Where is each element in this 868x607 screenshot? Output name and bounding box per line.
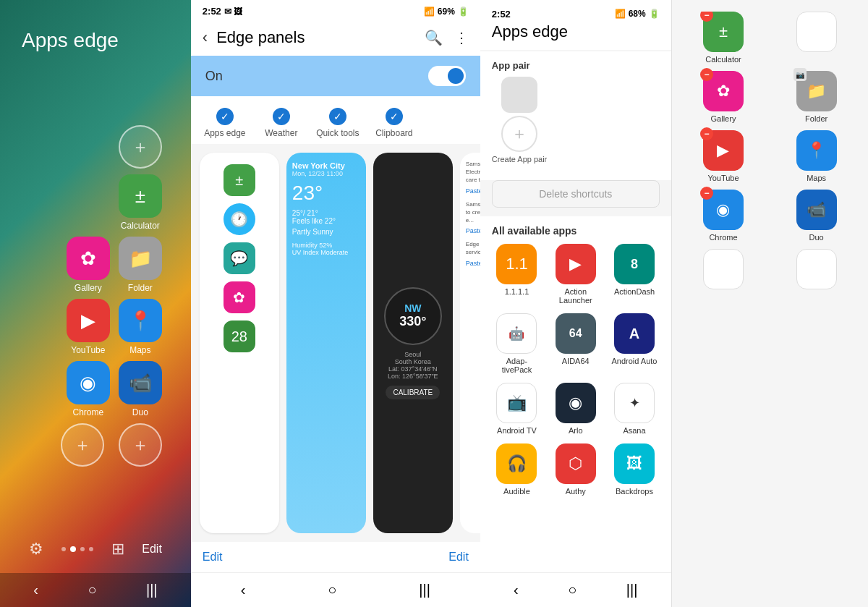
more-options-icon[interactable]: ⋮	[454, 29, 469, 46]
back-nav-3[interactable]: ‹	[514, 582, 519, 598]
edit-button[interactable]: Edit	[142, 543, 162, 556]
preview-apps-edge[interactable]: ± 🕐 💬 ✿ 28	[200, 153, 279, 533]
home-nav-3[interactable]: ○	[568, 582, 576, 598]
recents-nav-2[interactable]: |||	[419, 582, 430, 598]
sidebar-app-youtube[interactable]: − ▶ YouTube	[681, 130, 767, 182]
label-authy: Authy	[566, 487, 586, 496]
app-item-chrome[interactable]: ◉ Chrome	[67, 361, 110, 417]
app-item-calculator[interactable]: ± Calculator	[119, 174, 162, 231]
app-android-tv[interactable]: 📺 Android TV	[492, 383, 542, 435]
preview-weather[interactable]: New York City Mon, 12/23 11:00 23° 25°/ …	[286, 153, 366, 533]
edit-link-2[interactable]: Edit	[448, 551, 469, 564]
recents-nav-3[interactable]: |||	[626, 582, 638, 598]
sidebar-app-folder[interactable]: 📷 📁 Folder	[773, 71, 859, 123]
app-1111[interactable]: 1.1 1.1.1.1	[492, 244, 542, 305]
app-aida64[interactable]: 64 AIDA64	[550, 313, 600, 374]
weather-city: New York City	[292, 161, 360, 170]
panel3-nav: ‹ ○ |||	[480, 572, 671, 607]
chrome-icon: ◉	[67, 361, 110, 404]
label-arlo: Arlo	[569, 426, 583, 435]
on-off-toggle[interactable]	[428, 66, 466, 86]
tab-apps-edge[interactable]: ✓ Apps edge	[200, 108, 250, 138]
app-action-launcher[interactable]: ▶ Action Launcher	[550, 244, 600, 305]
remove-badge-chrome: −	[700, 187, 713, 200]
calibrate-button[interactable]: CALIBRATE	[386, 386, 440, 399]
panel2-header: ‹ Edge panels 🔍 ⋮	[191, 20, 480, 56]
app-adaptive[interactable]: 🤖 Adap-tivePack	[492, 313, 542, 374]
sidebar-app-list: − ± Calculator − ✿ Gallery 📷 📁 Folder	[681, 12, 859, 289]
icon-actiondash: 8	[614, 244, 655, 284]
tab-weather[interactable]: ✓ Weather	[256, 108, 307, 138]
label-1111: 1.1.1.1	[505, 287, 529, 296]
add-app-top-button[interactable]: ＋	[119, 125, 162, 169]
weather-desc: Partly Sunny	[292, 228, 360, 236]
panel1-nav-bar: ‹ ○ |||	[0, 573, 191, 607]
icon-action-launcher: ▶	[556, 244, 596, 284]
tab-quick-tools-label: Quick tools	[316, 128, 359, 138]
tab-clipboard[interactable]: ✓ Clipboard	[369, 108, 420, 138]
app-arlo[interactable]: ◉ Arlo	[550, 383, 600, 435]
sidebar-label-gallery: Gallery	[711, 114, 736, 123]
create-pair-button[interactable]: ＋	[501, 116, 537, 152]
settings-icon[interactable]: ⚙	[29, 540, 43, 559]
sidebar-app-gallery[interactable]: − ✿ Gallery	[681, 71, 767, 123]
delete-shortcuts-button[interactable]: Delete shortcuts	[492, 180, 660, 208]
clip-paste-3[interactable]: Paste	[466, 260, 480, 267]
app-item-duo[interactable]: 📹 Duo	[119, 361, 162, 417]
sidebar-app-calculator[interactable]: − ± Calculator	[681, 12, 767, 64]
sidebar-app-chrome[interactable]: − ◉ Chrome	[681, 190, 767, 242]
tab-quick-tools[interactable]: ✓ Quick tools	[312, 108, 363, 138]
remove-badge-youtube: −	[700, 127, 713, 140]
home-nav-icon[interactable]: ○	[88, 582, 96, 598]
tab-clipboard-label: Clipboard	[375, 128, 412, 138]
panel1-row-gallery-folder: ✿ Gallery 📁 Folder	[67, 237, 162, 293]
sidebar-slot-empty3	[773, 249, 859, 289]
app-item-folder[interactable]: 📁 Folder	[119, 237, 162, 293]
label-action-launcher: Action Launcher	[550, 287, 600, 305]
app-pair-label: App pair	[492, 60, 660, 71]
label-backdrops: Backdrops	[616, 487, 653, 496]
panel1-app-list: ＋ ± Calculator ✿ Gallery 📁 Folder ▶ YouT…	[0, 67, 191, 525]
youtube-icon: ▶	[67, 299, 110, 342]
maps-icon: 📍	[119, 299, 162, 342]
toggle-bar: On	[191, 56, 480, 96]
sidebar-app-duo[interactable]: 📹 Duo	[773, 190, 859, 242]
app-item-maps[interactable]: 📍 Maps	[119, 299, 162, 355]
sidebar-empty-slot-3	[796, 249, 837, 289]
app-authy[interactable]: ⬡ Authy	[550, 443, 600, 496]
app-android-auto[interactable]: A Android Auto	[609, 313, 659, 374]
back-nav-2[interactable]: ‹	[241, 582, 246, 598]
add-app-bottom-right-button[interactable]: ＋	[119, 423, 162, 467]
add-app-bottom-left-button[interactable]: ＋	[61, 423, 104, 467]
sidebar-icon-calculator: − ±	[703, 12, 744, 52]
edit-link[interactable]: Edit	[203, 551, 223, 564]
all-apps-label: All available apps	[492, 225, 660, 237]
folder-overlay-icon: 📷	[793, 68, 807, 81]
recents-nav-icon[interactable]: |||	[146, 582, 158, 598]
icon-aida64: 64	[556, 313, 596, 354]
app-audible[interactable]: 🎧 Audible	[492, 443, 542, 496]
sidebar-slot-empty2	[681, 249, 767, 289]
compass-degrees: 330°	[399, 314, 426, 329]
back-button[interactable]: ‹	[203, 28, 208, 47]
app-asana[interactable]: ✦ Asana	[609, 383, 659, 435]
check-apps-edge: ✓	[216, 108, 234, 125]
app-actiondash[interactable]: 8 ActionDash	[609, 244, 659, 305]
search-icon[interactable]: 🔍	[425, 29, 443, 46]
app-item-gallery[interactable]: ✿ Gallery	[67, 237, 110, 293]
sidebar-app-maps[interactable]: 📍 Maps	[773, 130, 859, 182]
app-item-youtube[interactable]: ▶ YouTube	[67, 299, 110, 355]
home-nav-2[interactable]: ○	[328, 582, 336, 598]
grid-icon[interactable]: ⊞	[111, 540, 124, 559]
app-backdrops[interactable]: 🖼 Backdrops	[609, 443, 659, 496]
chrome-label: Chrome	[72, 407, 103, 417]
clip-paste-2[interactable]: Paste	[466, 227, 480, 234]
icon-audible: 🎧	[496, 443, 537, 484]
panel1-bottom-bar: ⚙ ⊞ Edit	[0, 525, 191, 573]
clip-paste-1[interactable]: Paste	[466, 187, 480, 195]
back-nav-icon[interactable]: ‹	[33, 582, 38, 598]
weather-feels: Feels like 22°	[292, 217, 360, 225]
preview-compass[interactable]: NW 330° Seoul South Korea Lat: 037°34'46…	[373, 153, 453, 533]
clip-text-2: Samsung has care to create memorable e..…	[466, 200, 480, 225]
preview-clipboard[interactable]: Samsung Electronics has take care to cre…	[460, 153, 480, 533]
